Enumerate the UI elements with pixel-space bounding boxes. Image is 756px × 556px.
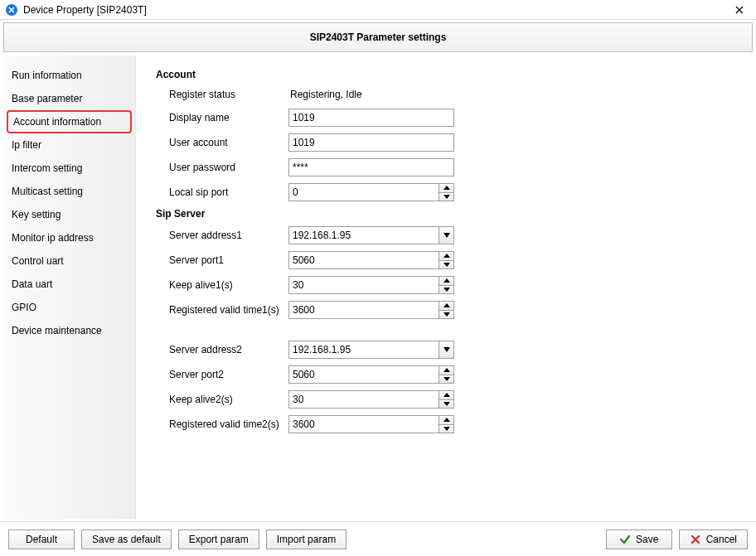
sip-form: Server address1 Server port1 bbox=[156, 226, 739, 433]
sidebar-item-base-parameter[interactable]: Base parameter bbox=[3, 87, 135, 110]
input-user-password[interactable] bbox=[288, 158, 454, 176]
label-local-sip-port: Local sip port bbox=[156, 186, 288, 198]
close-button[interactable] bbox=[726, 2, 753, 18]
row-local-sip-port: Local sip port bbox=[156, 183, 739, 201]
sidebar-item-control-uart[interactable]: Control uart bbox=[3, 249, 135, 273]
spin-regvalid1[interactable] bbox=[288, 301, 454, 319]
spin-up[interactable] bbox=[439, 391, 453, 399]
input-server-port2[interactable] bbox=[289, 366, 439, 383]
section-title-account: Account bbox=[156, 69, 739, 80]
export-param-button[interactable]: Export param bbox=[178, 529, 259, 549]
account-form: Register status Registering, Idle Displa… bbox=[156, 87, 739, 201]
spin-down[interactable] bbox=[439, 192, 453, 201]
input-local-sip-port[interactable] bbox=[289, 184, 439, 201]
chevron-up-icon bbox=[443, 393, 450, 397]
spin-down[interactable] bbox=[439, 310, 453, 319]
save-as-default-button[interactable]: Save as default bbox=[81, 529, 172, 549]
spin-up[interactable] bbox=[439, 252, 453, 260]
label-server-port2: Server port2 bbox=[156, 369, 288, 380]
sidebar-item-device-maintenance[interactable]: Device maintenance bbox=[3, 319, 135, 342]
sidebar-item-intercom-setting[interactable]: Intercom setting bbox=[3, 157, 135, 180]
label-keepalive2: Keep alive2(s) bbox=[156, 394, 288, 405]
spin-keepalive1[interactable] bbox=[288, 276, 454, 294]
sidebar-item-key-setting[interactable]: Key setting bbox=[3, 203, 135, 226]
spin-down[interactable] bbox=[439, 285, 453, 294]
sidebar-item-label: Intercom setting bbox=[12, 162, 82, 174]
sidebar-item-label: Run information bbox=[12, 70, 82, 81]
spin-up[interactable] bbox=[439, 366, 453, 375]
button-label: Save as default bbox=[92, 534, 161, 545]
spin-server-port1[interactable] bbox=[288, 251, 454, 269]
spin-up[interactable] bbox=[439, 302, 453, 310]
import-param-button[interactable]: Import param bbox=[266, 529, 346, 549]
spin-down[interactable] bbox=[439, 399, 453, 409]
row-display-name: Display name bbox=[156, 109, 739, 127]
sidebar-item-account-information[interactable]: Account information bbox=[7, 110, 132, 133]
chevron-down-icon bbox=[443, 427, 450, 431]
label-display-name: Display name bbox=[156, 112, 288, 123]
combo-server-address2[interactable] bbox=[288, 341, 454, 359]
input-server-port1[interactable] bbox=[289, 252, 439, 268]
input-regvalid2[interactable] bbox=[289, 416, 439, 433]
label-server-address2: Server address2 bbox=[156, 344, 288, 355]
sidebar-item-data-uart[interactable]: Data uart bbox=[3, 273, 135, 296]
chevron-up-icon bbox=[443, 186, 450, 190]
close-icon bbox=[735, 6, 744, 14]
input-server-address1[interactable] bbox=[289, 227, 439, 244]
check-icon bbox=[619, 534, 631, 545]
label-register-status: Register status bbox=[156, 89, 288, 100]
button-label: Export param bbox=[189, 534, 249, 545]
sidebar-item-monitor-ip-address[interactable]: Monitor ip address bbox=[3, 226, 135, 249]
label-server-address1: Server address1 bbox=[156, 230, 288, 241]
input-regvalid1[interactable] bbox=[289, 302, 439, 318]
input-display-name[interactable] bbox=[288, 109, 454, 127]
bottom-bar: Default Save as default Export param Imp… bbox=[0, 521, 756, 556]
spin-down[interactable] bbox=[439, 260, 453, 269]
spin-keepalive2[interactable] bbox=[288, 390, 454, 409]
save-button[interactable]: Save bbox=[606, 529, 672, 549]
sidebar-item-run-information[interactable]: Run information bbox=[3, 64, 135, 87]
titlebar: Device Property [SIP2403T] bbox=[0, 0, 756, 20]
cancel-button[interactable]: Cancel bbox=[679, 529, 748, 549]
sidebar-item-label: Control uart bbox=[12, 255, 64, 267]
button-label: Default bbox=[26, 534, 57, 545]
sidebar-item-multicast-setting[interactable]: Multicast setting bbox=[3, 180, 135, 203]
spin-up[interactable] bbox=[439, 277, 453, 285]
row-regvalid1: Registered valid time1(s) bbox=[156, 301, 739, 319]
sidebar-item-gpio[interactable]: GPIO bbox=[3, 296, 135, 319]
combo-button[interactable] bbox=[439, 227, 453, 244]
sidebar-item-label: GPIO bbox=[12, 302, 36, 313]
spin-regvalid2[interactable] bbox=[288, 415, 454, 433]
combo-button[interactable] bbox=[439, 341, 453, 358]
sidebar-item-label: Monitor ip address bbox=[12, 232, 94, 244]
row-regvalid2: Registered valid time2(s) bbox=[156, 415, 739, 433]
spin-up[interactable] bbox=[439, 184, 453, 192]
label-user-password: User password bbox=[156, 162, 288, 173]
spin-down[interactable] bbox=[439, 375, 453, 384]
spin-up[interactable] bbox=[439, 416, 453, 424]
chevron-up-icon bbox=[443, 278, 450, 283]
spin-local-sip-port[interactable] bbox=[288, 183, 454, 201]
combo-server-address1[interactable] bbox=[288, 226, 454, 244]
row-server-address2: Server address2 bbox=[156, 341, 739, 359]
content: Run information Base parameter Account i… bbox=[3, 56, 753, 520]
value-register-status: Registering, Idle bbox=[288, 87, 471, 102]
section-title-sip: Sip Server bbox=[156, 208, 739, 220]
page-header: SIP2403T Parameter settings bbox=[3, 22, 753, 52]
default-button[interactable]: Default bbox=[8, 529, 75, 549]
chevron-up-icon bbox=[443, 368, 450, 372]
spin-down[interactable] bbox=[439, 424, 453, 433]
app-icon bbox=[5, 3, 18, 17]
input-server-address2[interactable] bbox=[289, 341, 439, 358]
spin-server-port2[interactable] bbox=[288, 365, 454, 384]
chevron-down-icon bbox=[443, 263, 450, 267]
chevron-down-icon bbox=[443, 402, 450, 406]
sidebar-item-ip-filter[interactable]: Ip filter bbox=[3, 133, 135, 157]
input-keepalive2[interactable] bbox=[289, 391, 439, 408]
input-user-account[interactable] bbox=[288, 133, 454, 152]
sidebar-item-label: Device maintenance bbox=[12, 325, 102, 336]
settings-pane: Account Register status Registering, Idl… bbox=[136, 56, 753, 520]
label-user-account: User account bbox=[156, 137, 288, 148]
input-keepalive1[interactable] bbox=[289, 277, 439, 293]
sidebar: Run information Base parameter Account i… bbox=[3, 56, 136, 520]
